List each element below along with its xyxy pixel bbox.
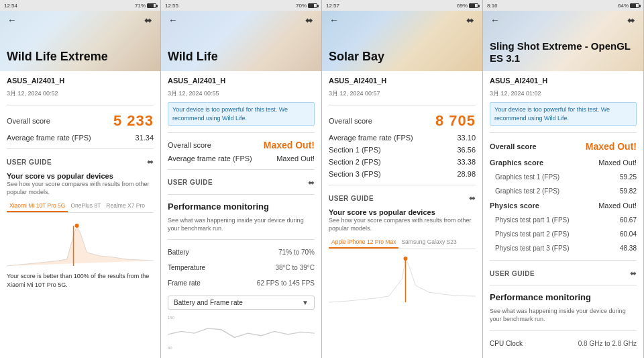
physics-score-value-4: Maxed Out! (598, 202, 637, 210)
avg-fps-label-2: Average frame rate (FPS) (168, 154, 252, 163)
divider-1a (7, 105, 154, 105)
dropdown-label-2: Battery and Frame rate (174, 299, 243, 306)
device-name-2: ASUS_AI2401_H (168, 77, 315, 85)
header-nav-3: ← ⬌ (322, 11, 482, 30)
section3-value-3: 28.98 (457, 170, 476, 178)
graphics-t1-value-4: 59.25 (620, 173, 637, 181)
avg-fps-value-3: 33.10 (457, 134, 476, 142)
tab-realme[interactable]: Realme X7 Pro (103, 200, 148, 212)
device-name-1: ASUS_AI2401_H (7, 77, 154, 85)
header-nav-1: ← ⬌ (0, 11, 160, 30)
tab-oneplus[interactable]: OnePlus 8T (68, 200, 103, 212)
panel-header-1: ← ⬌ Wild Life Extreme (0, 11, 160, 71)
overall-score-row-1: Overall score 5 233 (7, 112, 154, 130)
graphics-t1-label-4: Graphics test 1 (FPS) (490, 173, 559, 181)
overall-score-label-4: Overall score (490, 142, 537, 150)
share-button-header-4[interactable]: ⬌ (625, 13, 638, 27)
time-2: 12:55 (165, 3, 178, 9)
tab-samsung-3[interactable]: Samsung Galaxy S23 (398, 236, 459, 249)
divider-4a (490, 132, 637, 133)
perf-row-2-2: Frame rate 62 FPS to 145 FPS (168, 277, 315, 289)
status-left-4: 8:16 (487, 3, 498, 9)
divider-3a (329, 105, 476, 105)
panel-content-3: ASUS_AI2401_H 3月 12, 2024 00:57 Overall … (322, 71, 482, 358)
status-right-2: 70% (296, 3, 317, 9)
divider-2a (168, 132, 315, 133)
graphics-t2-row-4: Graphics test 2 (FPS) 59.82 (490, 186, 637, 196)
device-date-2: 3月 12, 2024 00:55 (168, 89, 315, 98)
status-right-1: 71% (135, 3, 156, 9)
section2-value-3: 33.38 (457, 158, 476, 166)
overall-score-label-2: Overall score (168, 141, 211, 149)
share-button-header-1[interactable]: ⬌ (142, 13, 155, 27)
time-1: 12:54 (4, 3, 17, 9)
dropdown-2[interactable]: Battery and Frame rate ▼ (168, 296, 315, 310)
chart-svg-1 (7, 216, 154, 269)
avg-fps-value-2: Maxed Out! (276, 154, 315, 163)
time-3: 12:57 (326, 3, 339, 9)
popular-subtitle-3: See how your score compares with results… (329, 217, 476, 232)
device-tabs-1: Xiaomi Mi 10T Pro 5G OnePlus 8T Realme X… (7, 200, 154, 213)
device-name-3: ASUS_AI2401_H (329, 77, 476, 85)
share-button-header-3[interactable]: ⬌ (464, 13, 477, 27)
device-tabs-3: Apple iPhone 12 Pro Max Samsung Galaxy S… (329, 236, 476, 249)
svg-text:150: 150 (168, 316, 174, 320)
overall-score-row-4: Overall score Maxed Out! (490, 140, 637, 153)
popular-title-1: Your score vs popular devices (7, 172, 154, 180)
share-icon-2[interactable]: ⬌ (308, 178, 315, 187)
status-left-1: 12:54 (4, 3, 17, 9)
avg-fps-value-1: 31.34 (135, 134, 154, 142)
share-icon-3[interactable]: ⬌ (469, 193, 476, 203)
section3-row-3: Section 3 (FPS) 28.98 (329, 170, 476, 178)
chart-svg-3 (329, 252, 476, 306)
cpu-clock-row-4: CPU Clock 0.8 GHz to 2.8 GHz (490, 338, 637, 349)
avg-fps-row-1: Average frame rate (FPS) 31.34 (7, 134, 154, 142)
status-left-2: 12:55 (165, 3, 178, 9)
overall-score-value-3: 8 705 (435, 112, 476, 130)
battery-text-2: 70% (296, 3, 307, 9)
panel-content-2: ASUS_AI2401_H 3月 12, 2024 00:55 Your dev… (161, 71, 321, 358)
battery-icon-2 (308, 3, 317, 8)
panel-sling-shot: 8:16 64% ← ⬌ Sling Shot Extreme - OpenGL… (483, 0, 644, 358)
status-bar-2: 12:55 70% (161, 0, 321, 11)
info-box-4: Your device is too powerful for this tes… (490, 102, 637, 126)
perf-value-2-1: 38°C to 39°C (275, 264, 315, 271)
status-left-3: 12:57 (326, 3, 339, 9)
avg-fps-row-3: Average frame rate (FPS) 33.10 (329, 134, 476, 142)
status-bar-4: 8:16 64% (483, 0, 643, 11)
panel-solar-bay: 12:57 69% ← ⬌ Solar Bay ASUS_AI2401_H 3月… (322, 0, 483, 358)
svg-text:90: 90 (168, 347, 172, 351)
overall-score-label-3: Overall score (329, 117, 372, 125)
battery-text-4: 64% (618, 3, 629, 9)
back-button-3[interactable]: ← (327, 13, 341, 27)
svg-point-6 (403, 257, 407, 261)
physics-t2-row-4: Physics test part 2 (FPS) 60.04 (490, 229, 637, 239)
share-icon-1[interactable]: ⬌ (147, 157, 154, 167)
device-date-3: 3月 12, 2024 00:57 (329, 89, 476, 98)
popular-section-3: Your score vs popular devices See how yo… (329, 208, 476, 306)
popular-title-3: Your score vs popular devices (329, 208, 476, 216)
back-button-4[interactable]: ← (488, 13, 502, 27)
panel-header-2: ← ⬌ Wild Life (161, 11, 321, 71)
popular-section-1: Your score vs popular devices See how yo… (7, 172, 154, 289)
panel-title-4: Sling Shot Extreme - OpenGL ES 3.1 (490, 40, 637, 64)
panel-title-2: Wild Life (168, 50, 315, 64)
section3-label-3: Section 3 (FPS) (329, 170, 381, 178)
status-right-3: 69% (457, 3, 478, 9)
user-guide-row-4: USER GUIDE ⬌ (490, 269, 637, 278)
share-button-header-2[interactable]: ⬌ (303, 13, 316, 27)
panel-title-3: Solar Bay (329, 50, 476, 64)
back-button-2[interactable]: ← (166, 13, 180, 27)
bottom-text-1: Your score is better than 100% of the re… (7, 272, 154, 289)
perf-subtitle-4: See what was happening inside your devic… (490, 308, 637, 323)
graphics-score-label-4: Graphics score (490, 159, 543, 167)
physics-t1-row-4: Physics test part 1 (FPS) 60.67 (490, 215, 637, 225)
physics-score-row-4: Physics score Maxed Out! (490, 200, 637, 211)
share-icon-4[interactable]: ⬌ (630, 269, 637, 278)
battery-text-1: 71% (135, 3, 146, 9)
user-guide-row-1: USER GUIDE ⬌ (7, 157, 154, 167)
panel-title-1: Wild Life Extreme (7, 50, 154, 64)
tab-xiaomi[interactable]: Xiaomi Mi 10T Pro 5G (7, 200, 68, 212)
back-button-1[interactable]: ← (5, 13, 19, 27)
tab-iphone-3[interactable]: Apple iPhone 12 Pro Max (329, 236, 398, 249)
